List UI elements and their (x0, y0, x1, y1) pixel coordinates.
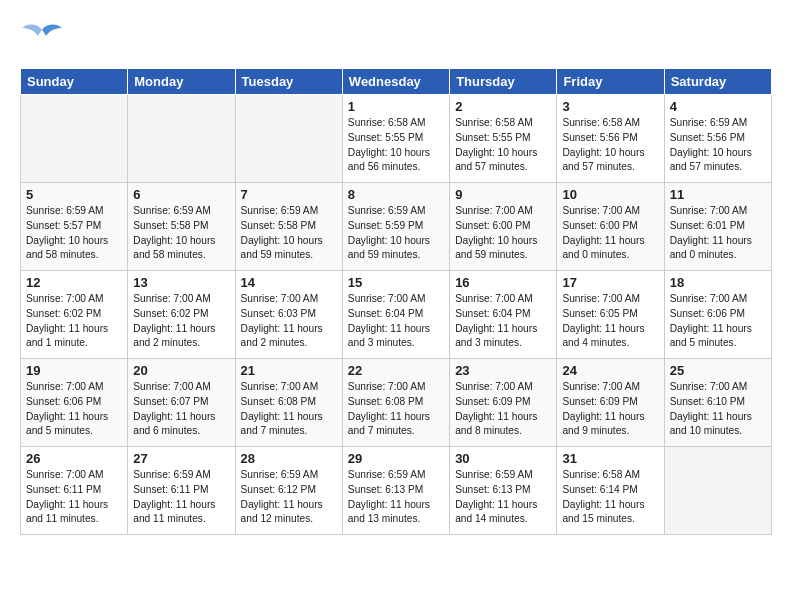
calendar-day (21, 95, 128, 183)
calendar-day: 23Sunrise: 7:00 AMSunset: 6:09 PMDayligh… (450, 359, 557, 447)
calendar-day: 4Sunrise: 6:59 AMSunset: 5:56 PMDaylight… (664, 95, 771, 183)
calendar-day: 24Sunrise: 7:00 AMSunset: 6:09 PMDayligh… (557, 359, 664, 447)
calendar-day: 8Sunrise: 6:59 AMSunset: 5:59 PMDaylight… (342, 183, 449, 271)
day-info: Sunrise: 6:59 AMSunset: 6:13 PMDaylight:… (455, 468, 551, 527)
calendar-day: 1Sunrise: 6:58 AMSunset: 5:55 PMDaylight… (342, 95, 449, 183)
calendar-day: 25Sunrise: 7:00 AMSunset: 6:10 PMDayligh… (664, 359, 771, 447)
weekday-header: Thursday (450, 69, 557, 95)
calendar-day: 29Sunrise: 6:59 AMSunset: 6:13 PMDayligh… (342, 447, 449, 535)
calendar-week: 26Sunrise: 7:00 AMSunset: 6:11 PMDayligh… (21, 447, 772, 535)
day-number: 20 (133, 363, 229, 378)
day-number: 16 (455, 275, 551, 290)
day-info: Sunrise: 7:00 AMSunset: 6:11 PMDaylight:… (26, 468, 122, 527)
day-number: 4 (670, 99, 766, 114)
day-info: Sunrise: 6:59 AMSunset: 5:58 PMDaylight:… (133, 204, 229, 263)
day-number: 30 (455, 451, 551, 466)
day-info: Sunrise: 6:58 AMSunset: 6:14 PMDaylight:… (562, 468, 658, 527)
day-info: Sunrise: 7:00 AMSunset: 6:00 PMDaylight:… (455, 204, 551, 263)
calendar-header-row: SundayMondayTuesdayWednesdayThursdayFrid… (21, 69, 772, 95)
weekday-header: Wednesday (342, 69, 449, 95)
day-info: Sunrise: 6:59 AMSunset: 5:58 PMDaylight:… (241, 204, 337, 263)
calendar-day: 27Sunrise: 6:59 AMSunset: 6:11 PMDayligh… (128, 447, 235, 535)
day-info: Sunrise: 7:00 AMSunset: 6:00 PMDaylight:… (562, 204, 658, 263)
day-info: Sunrise: 6:59 AMSunset: 6:13 PMDaylight:… (348, 468, 444, 527)
calendar-day: 16Sunrise: 7:00 AMSunset: 6:04 PMDayligh… (450, 271, 557, 359)
calendar-day: 15Sunrise: 7:00 AMSunset: 6:04 PMDayligh… (342, 271, 449, 359)
day-info: Sunrise: 6:59 AMSunset: 5:59 PMDaylight:… (348, 204, 444, 263)
calendar-day: 31Sunrise: 6:58 AMSunset: 6:14 PMDayligh… (557, 447, 664, 535)
day-number: 22 (348, 363, 444, 378)
calendar-day (128, 95, 235, 183)
page-header (20, 20, 772, 58)
day-info: Sunrise: 7:00 AMSunset: 6:06 PMDaylight:… (26, 380, 122, 439)
calendar-day: 3Sunrise: 6:58 AMSunset: 5:56 PMDaylight… (557, 95, 664, 183)
logo (20, 20, 68, 58)
logo-icon (20, 20, 64, 58)
day-number: 29 (348, 451, 444, 466)
day-number: 3 (562, 99, 658, 114)
calendar-day: 11Sunrise: 7:00 AMSunset: 6:01 PMDayligh… (664, 183, 771, 271)
day-number: 27 (133, 451, 229, 466)
day-info: Sunrise: 7:00 AMSunset: 6:10 PMDaylight:… (670, 380, 766, 439)
day-info: Sunrise: 7:00 AMSunset: 6:04 PMDaylight:… (455, 292, 551, 351)
calendar-day: 10Sunrise: 7:00 AMSunset: 6:00 PMDayligh… (557, 183, 664, 271)
day-number: 1 (348, 99, 444, 114)
weekday-header: Tuesday (235, 69, 342, 95)
calendar-day: 14Sunrise: 7:00 AMSunset: 6:03 PMDayligh… (235, 271, 342, 359)
weekday-header: Sunday (21, 69, 128, 95)
day-number: 21 (241, 363, 337, 378)
calendar-day: 5Sunrise: 6:59 AMSunset: 5:57 PMDaylight… (21, 183, 128, 271)
calendar-week: 1Sunrise: 6:58 AMSunset: 5:55 PMDaylight… (21, 95, 772, 183)
day-info: Sunrise: 6:58 AMSunset: 5:55 PMDaylight:… (348, 116, 444, 175)
day-info: Sunrise: 7:00 AMSunset: 6:04 PMDaylight:… (348, 292, 444, 351)
day-info: Sunrise: 7:00 AMSunset: 6:07 PMDaylight:… (133, 380, 229, 439)
day-number: 19 (26, 363, 122, 378)
day-info: Sunrise: 7:00 AMSunset: 6:02 PMDaylight:… (26, 292, 122, 351)
day-info: Sunrise: 6:59 AMSunset: 5:56 PMDaylight:… (670, 116, 766, 175)
day-number: 25 (670, 363, 766, 378)
calendar-day: 9Sunrise: 7:00 AMSunset: 6:00 PMDaylight… (450, 183, 557, 271)
calendar-day: 28Sunrise: 6:59 AMSunset: 6:12 PMDayligh… (235, 447, 342, 535)
day-number: 5 (26, 187, 122, 202)
day-number: 8 (348, 187, 444, 202)
day-number: 24 (562, 363, 658, 378)
calendar-day: 22Sunrise: 7:00 AMSunset: 6:08 PMDayligh… (342, 359, 449, 447)
day-number: 10 (562, 187, 658, 202)
calendar-day (235, 95, 342, 183)
day-info: Sunrise: 7:00 AMSunset: 6:09 PMDaylight:… (455, 380, 551, 439)
day-info: Sunrise: 6:58 AMSunset: 5:55 PMDaylight:… (455, 116, 551, 175)
calendar: SundayMondayTuesdayWednesdayThursdayFrid… (20, 68, 772, 535)
weekday-header: Monday (128, 69, 235, 95)
day-number: 18 (670, 275, 766, 290)
day-info: Sunrise: 7:00 AMSunset: 6:03 PMDaylight:… (241, 292, 337, 351)
day-number: 26 (26, 451, 122, 466)
calendar-day: 17Sunrise: 7:00 AMSunset: 6:05 PMDayligh… (557, 271, 664, 359)
day-number: 7 (241, 187, 337, 202)
day-number: 28 (241, 451, 337, 466)
calendar-day: 21Sunrise: 7:00 AMSunset: 6:08 PMDayligh… (235, 359, 342, 447)
calendar-day: 13Sunrise: 7:00 AMSunset: 6:02 PMDayligh… (128, 271, 235, 359)
day-info: Sunrise: 7:00 AMSunset: 6:02 PMDaylight:… (133, 292, 229, 351)
day-info: Sunrise: 6:59 AMSunset: 6:11 PMDaylight:… (133, 468, 229, 527)
day-info: Sunrise: 7:00 AMSunset: 6:06 PMDaylight:… (670, 292, 766, 351)
day-info: Sunrise: 7:00 AMSunset: 6:01 PMDaylight:… (670, 204, 766, 263)
weekday-header: Saturday (664, 69, 771, 95)
day-number: 11 (670, 187, 766, 202)
day-number: 17 (562, 275, 658, 290)
calendar-week: 12Sunrise: 7:00 AMSunset: 6:02 PMDayligh… (21, 271, 772, 359)
calendar-day (664, 447, 771, 535)
day-number: 31 (562, 451, 658, 466)
day-number: 6 (133, 187, 229, 202)
calendar-day: 18Sunrise: 7:00 AMSunset: 6:06 PMDayligh… (664, 271, 771, 359)
calendar-day: 19Sunrise: 7:00 AMSunset: 6:06 PMDayligh… (21, 359, 128, 447)
day-number: 2 (455, 99, 551, 114)
day-number: 23 (455, 363, 551, 378)
day-number: 14 (241, 275, 337, 290)
day-number: 12 (26, 275, 122, 290)
day-info: Sunrise: 6:58 AMSunset: 5:56 PMDaylight:… (562, 116, 658, 175)
day-info: Sunrise: 6:59 AMSunset: 5:57 PMDaylight:… (26, 204, 122, 263)
calendar-day: 30Sunrise: 6:59 AMSunset: 6:13 PMDayligh… (450, 447, 557, 535)
day-info: Sunrise: 7:00 AMSunset: 6:09 PMDaylight:… (562, 380, 658, 439)
calendar-week: 19Sunrise: 7:00 AMSunset: 6:06 PMDayligh… (21, 359, 772, 447)
day-number: 9 (455, 187, 551, 202)
